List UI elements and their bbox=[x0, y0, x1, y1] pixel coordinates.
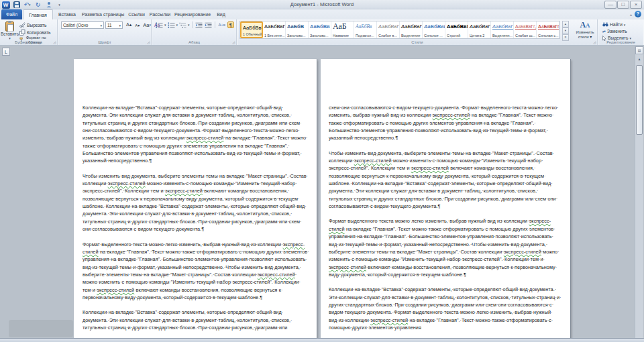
copy-button[interactable]: Копировать bbox=[19, 30, 57, 35]
group-paragraph: ▾ ▾ ▾ А↓я ¶ bbox=[152, 19, 237, 45]
style-subtitle[interactable]: АаБбВвПодзагол... bbox=[354, 21, 377, 38]
copy-icon bbox=[19, 30, 25, 36]
title-bar: W ↶▾ ↻ ▾ Документ1 - Microsoft Word — □ … bbox=[0, 0, 644, 9]
styles-dialog-launcher[interactable]: ◿ bbox=[593, 41, 596, 44]
clipboard-dialog-launcher[interactable]: ◿ bbox=[53, 41, 56, 44]
cut-button[interactable]: Вырезать bbox=[19, 22, 57, 27]
bullets-icon[interactable] bbox=[155, 21, 164, 28]
font-dialog-launcher[interactable]: ◿ bbox=[147, 41, 150, 44]
ribbon: Вставить ▾ Вырезать Копировать Формат по… bbox=[0, 19, 644, 46]
tab-view[interactable]: Вид bbox=[213, 9, 229, 19]
status-bar bbox=[0, 338, 644, 342]
group-styles: АаБбВвГг,1 Обычный АаБбВвГг,1 Без инте..… bbox=[237, 19, 598, 45]
increase-indent-icon[interactable] bbox=[204, 21, 213, 28]
background-shade bbox=[9, 320, 73, 337]
tab-insert[interactable]: Вставка bbox=[54, 9, 80, 19]
font-name-combo[interactable]: Calibri (Осно▾ bbox=[61, 21, 104, 29]
tab-mailings[interactable]: Рассылки bbox=[148, 9, 172, 19]
style-emphasis[interactable]: АаБбВвГгВыделение bbox=[400, 21, 423, 38]
group-editing: Найти▾ ⇄ Заменить Выделить▾ Редактирован… bbox=[598, 19, 643, 45]
document-page-2[interactable]: схем·​они·​согласовываются·​с·​видом·​те… bbox=[321, 59, 570, 338]
page-2-text: схем·​они·​согласовываются·​с·​видом·​те… bbox=[321, 59, 570, 331]
change-styles-button[interactable]: АА Изменить стили ▾ bbox=[572, 21, 598, 42]
tab-stop-selector[interactable]: L bbox=[2, 48, 10, 56]
styles-scroll-up[interactable]: ▴ bbox=[562, 21, 569, 27]
document-page-1[interactable]: Коллекции·​на·​вкладке·​"Вставка"·​содер… bbox=[74, 59, 317, 338]
minimize-ribbon-icon[interactable]: ▵ bbox=[630, 12, 632, 17]
style-intense-emphasis[interactable]: АаБбВвГгСильное ... bbox=[423, 21, 445, 38]
group-font: Calibri (Осно▾ 11▾ А▴ А▾ Аа▾ Аа Ж К Ч▾ a… bbox=[58, 19, 152, 45]
shrink-font-button[interactable]: А▾ bbox=[133, 21, 141, 28]
tab-review[interactable]: Рецензирование bbox=[172, 9, 213, 19]
style-intense-reference[interactable]: АаБбВвГг,Сильная с... bbox=[537, 21, 559, 38]
style-title[interactable]: АаБНазвание bbox=[331, 21, 354, 38]
show-marks-toggle[interactable]: ¶ bbox=[227, 21, 234, 28]
style-strong[interactable]: АаБбВвГг,Строгий bbox=[445, 21, 468, 38]
font-size-combo[interactable]: 11▾ bbox=[105, 21, 123, 29]
sort-icon[interactable]: А↓я bbox=[217, 21, 227, 28]
paragraph-dialog-launcher[interactable]: ◿ bbox=[232, 41, 235, 44]
scrollbar-thumb[interactable] bbox=[636, 65, 643, 135]
tab-file[interactable]: Файл bbox=[1, 9, 22, 19]
document-area: L Коллекции·​на·​вкладке·​"Вставка"·​сод… bbox=[0, 46, 644, 338]
change-case-button[interactable]: Аа▾ bbox=[142, 21, 152, 28]
numbering-dropdown[interactable]: ▾ bbox=[176, 23, 178, 27]
word-window: W ↶▾ ↻ ▾ Документ1 - Microsoft Word — □ … bbox=[0, 0, 644, 342]
font-group-label: Шрифт bbox=[58, 40, 151, 44]
close-button[interactable]: × bbox=[630, 1, 642, 9]
page-1-text: Коллекции·​на·​вкладке·​"Вставка"·​содер… bbox=[74, 59, 317, 331]
ruler-toggle-icon[interactable]: ▤ bbox=[635, 46, 643, 54]
style-quote2[interactable]: АаБбВвГгЦитата 2 bbox=[468, 21, 491, 38]
style-heading2[interactable]: АаБбВвЗаголово... bbox=[309, 21, 331, 38]
styles-gallery: АаБбВвГг,1 Обычный АаБбВвГг,1 Без инте..… bbox=[239, 21, 560, 39]
scroll-up-icon[interactable]: ▲ bbox=[635, 56, 643, 63]
style-intense-quote[interactable]: АаБбВвГгВыделенн... bbox=[491, 21, 514, 38]
replace-button[interactable]: ⇄ Заменить bbox=[602, 28, 627, 34]
replace-icon: ⇄ bbox=[602, 29, 606, 34]
paragraph-group-label: Абзац bbox=[152, 40, 236, 44]
multilevel-dropdown[interactable]: ▾ bbox=[188, 23, 190, 27]
binoculars-icon bbox=[602, 22, 608, 27]
style-subtle-reference[interactable]: АаБбВвГг,Слабая сс... bbox=[514, 21, 537, 38]
restore-button[interactable]: □ bbox=[617, 1, 629, 9]
styles-group-label: Стили bbox=[237, 40, 597, 44]
ribbon-tab-row: Файл Главная Вставка Разметка страницы С… bbox=[0, 9, 644, 19]
tab-home[interactable]: Главная bbox=[23, 9, 53, 19]
group-clipboard: Вставить ▾ Вырезать Копировать Формат по… bbox=[0, 19, 58, 45]
help-icon[interactable]: ? bbox=[635, 11, 641, 17]
clipboard-icon bbox=[5, 21, 14, 32]
scissors-icon bbox=[19, 22, 25, 27]
style-heading1[interactable]: АаБбВЗаголово... bbox=[286, 21, 309, 38]
clipboard-group-label: Буфер обмена bbox=[0, 40, 57, 44]
tab-page-layout[interactable]: Разметка страницы bbox=[80, 9, 125, 19]
style-no-spacing[interactable]: АаБбВвГг,1 Без инте... bbox=[263, 21, 286, 38]
style-normal[interactable]: АаБбВвГг,1 Обычный bbox=[240, 21, 263, 38]
style-subtle-emphasis[interactable]: АаБбВвГгСлабое в... bbox=[377, 21, 400, 38]
change-styles-icon: АА bbox=[580, 21, 590, 30]
grow-font-button[interactable]: А▴ bbox=[125, 21, 133, 28]
find-button[interactable]: Найти▾ bbox=[602, 21, 625, 27]
vertical-scrollbar[interactable]: ▤ ▲ bbox=[635, 46, 643, 338]
bullets-dropdown[interactable]: ▾ bbox=[164, 23, 166, 27]
tab-references[interactable]: Ссылки bbox=[125, 9, 148, 19]
decrease-indent-icon[interactable] bbox=[195, 21, 203, 28]
styles-scroll-down[interactable]: ▾ bbox=[562, 27, 569, 34]
minimize-button[interactable]: — bbox=[604, 1, 616, 9]
editing-group-label: Редактирование bbox=[598, 40, 643, 44]
numbering-icon[interactable] bbox=[167, 21, 176, 28]
multilevel-list-icon[interactable] bbox=[178, 21, 187, 28]
window-title: Документ1 - Microsoft Word bbox=[0, 0, 644, 9]
